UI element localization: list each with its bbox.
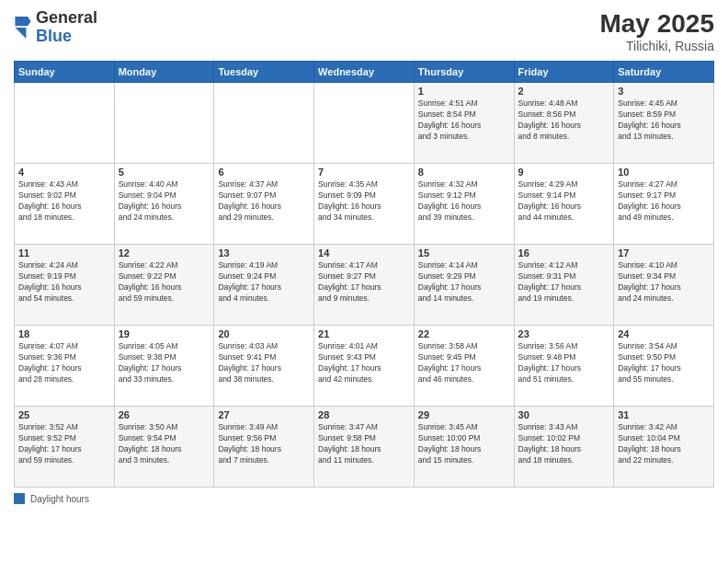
day-info: Sunrise: 3:47 AM Sunset: 9:58 PM Dayligh…: [318, 422, 410, 466]
day-info: Sunrise: 4:14 AM Sunset: 9:29 PM Dayligh…: [418, 260, 510, 304]
day-info: Sunrise: 4:40 AM Sunset: 9:04 PM Dayligh…: [119, 179, 210, 224]
day-number: 20: [218, 328, 310, 339]
table-row: 18Sunrise: 4:07 AM Sunset: 9:36 PM Dayli…: [15, 326, 115, 407]
calendar-title: May 2025: [599, 9, 714, 39]
calendar-location: Tilichiki, Russia: [599, 39, 714, 53]
table-row: 25Sunrise: 3:52 AM Sunset: 9:52 PM Dayli…: [15, 407, 115, 488]
table-row: 29Sunrise: 3:45 AM Sunset: 10:00 PM Dayl…: [414, 407, 514, 488]
table-row: 26Sunrise: 3:50 AM Sunset: 9:54 PM Dayli…: [114, 407, 214, 488]
day-number: 30: [518, 409, 610, 420]
day-info: Sunrise: 4:45 AM Sunset: 8:59 PM Dayligh…: [618, 98, 710, 143]
day-number: 25: [18, 409, 110, 420]
table-row: 7Sunrise: 4:35 AM Sunset: 9:09 PM Daylig…: [314, 164, 415, 245]
day-info: Sunrise: 3:56 AM Sunset: 9:48 PM Dayligh…: [518, 341, 610, 385]
logo-general-text: General: [36, 8, 97, 27]
col-monday: Monday: [114, 62, 214, 83]
day-info: Sunrise: 3:58 AM Sunset: 9:45 PM Dayligh…: [418, 341, 510, 385]
svg-marker-1: [15, 28, 26, 39]
day-number: 8: [418, 167, 510, 178]
day-info: Sunrise: 4:19 AM Sunset: 9:24 PM Dayligh…: [218, 260, 310, 304]
table-row: 24Sunrise: 3:54 AM Sunset: 9:50 PM Dayli…: [614, 326, 714, 407]
table-row: 16Sunrise: 4:12 AM Sunset: 9:31 PM Dayli…: [514, 245, 614, 326]
day-number: 19: [119, 328, 210, 339]
day-info: Sunrise: 4:27 AM Sunset: 9:17 PM Dayligh…: [618, 179, 710, 224]
day-info: Sunrise: 4:03 AM Sunset: 9:41 PM Dayligh…: [218, 341, 310, 385]
day-info: Sunrise: 3:45 AM Sunset: 10:00 PM Daylig…: [418, 422, 510, 466]
day-info: Sunrise: 4:37 AM Sunset: 9:07 PM Dayligh…: [218, 179, 310, 224]
day-number: 1: [418, 86, 510, 97]
table-row: 31Sunrise: 3:42 AM Sunset: 10:04 PM Dayl…: [614, 407, 714, 488]
table-row: 17Sunrise: 4:10 AM Sunset: 9:34 PM Dayli…: [614, 245, 714, 326]
day-info: Sunrise: 4:10 AM Sunset: 9:34 PM Dayligh…: [618, 260, 710, 304]
table-row: 27Sunrise: 3:49 AM Sunset: 9:56 PM Dayli…: [214, 407, 314, 488]
day-number: 9: [518, 167, 610, 178]
day-number: 28: [318, 409, 410, 420]
footer: Daylight hours: [14, 493, 714, 504]
col-saturday: Saturday: [614, 62, 714, 83]
day-number: 17: [618, 247, 710, 259]
table-row: 1Sunrise: 4:51 AM Sunset: 8:54 PM Daylig…: [414, 83, 514, 164]
table-row: 22Sunrise: 3:58 AM Sunset: 9:45 PM Dayli…: [414, 326, 514, 407]
day-info: Sunrise: 4:17 AM Sunset: 9:27 PM Dayligh…: [318, 260, 410, 304]
day-number: 5: [119, 167, 210, 178]
day-number: 14: [318, 247, 410, 259]
day-info: Sunrise: 4:24 AM Sunset: 9:19 PM Dayligh…: [18, 260, 110, 304]
day-number: 10: [618, 167, 710, 178]
day-number: 13: [218, 247, 310, 259]
day-info: Sunrise: 4:32 AM Sunset: 9:12 PM Dayligh…: [418, 179, 510, 224]
svg-marker-0: [15, 17, 30, 26]
day-number: 2: [518, 86, 610, 97]
table-row: [214, 83, 314, 164]
day-info: Sunrise: 3:52 AM Sunset: 9:52 PM Dayligh…: [18, 422, 110, 466]
day-info: Sunrise: 4:05 AM Sunset: 9:38 PM Dayligh…: [119, 341, 210, 385]
table-row: [314, 83, 415, 164]
table-row: 19Sunrise: 4:05 AM Sunset: 9:38 PM Dayli…: [114, 326, 214, 407]
table-row: 28Sunrise: 3:47 AM Sunset: 9:58 PM Dayli…: [314, 407, 415, 488]
day-number: 29: [418, 409, 510, 420]
title-block: May 2025 Tilichiki, Russia: [599, 9, 714, 53]
logo: General Blue: [14, 9, 97, 46]
day-info: Sunrise: 3:43 AM Sunset: 10:02 PM Daylig…: [518, 422, 610, 466]
table-row: 9Sunrise: 4:29 AM Sunset: 9:14 PM Daylig…: [514, 164, 614, 245]
day-number: 23: [518, 328, 610, 339]
calendar-week-row: 4Sunrise: 4:43 AM Sunset: 9:02 PM Daylig…: [15, 164, 714, 245]
table-row: 14Sunrise: 4:17 AM Sunset: 9:27 PM Dayli…: [314, 245, 415, 326]
day-info: Sunrise: 4:12 AM Sunset: 9:31 PM Dayligh…: [518, 260, 610, 304]
table-row: 5Sunrise: 4:40 AM Sunset: 9:04 PM Daylig…: [114, 164, 214, 245]
table-row: 4Sunrise: 4:43 AM Sunset: 9:02 PM Daylig…: [15, 164, 115, 245]
calendar-week-row: 1Sunrise: 4:51 AM Sunset: 8:54 PM Daylig…: [15, 83, 714, 164]
calendar-week-row: 11Sunrise: 4:24 AM Sunset: 9:19 PM Dayli…: [15, 245, 714, 326]
table-row: 15Sunrise: 4:14 AM Sunset: 9:29 PM Dayli…: [414, 245, 514, 326]
day-number: 11: [18, 247, 110, 259]
table-row: [114, 83, 214, 164]
day-number: 26: [119, 409, 210, 420]
day-number: 16: [518, 247, 610, 259]
day-number: 22: [418, 328, 510, 339]
table-row: [15, 83, 115, 164]
day-info: Sunrise: 3:49 AM Sunset: 9:56 PM Dayligh…: [218, 422, 310, 466]
table-row: 12Sunrise: 4:22 AM Sunset: 9:22 PM Dayli…: [114, 245, 214, 326]
table-row: 10Sunrise: 4:27 AM Sunset: 9:17 PM Dayli…: [614, 164, 714, 245]
day-info: Sunrise: 4:01 AM Sunset: 9:43 PM Dayligh…: [318, 341, 410, 385]
day-number: 4: [18, 167, 110, 178]
day-number: 18: [18, 328, 110, 339]
day-info: Sunrise: 4:43 AM Sunset: 9:02 PM Dayligh…: [18, 179, 110, 224]
day-info: Sunrise: 3:54 AM Sunset: 9:50 PM Dayligh…: [618, 341, 710, 385]
day-info: Sunrise: 4:29 AM Sunset: 9:14 PM Dayligh…: [518, 179, 610, 224]
table-row: 23Sunrise: 3:56 AM Sunset: 9:48 PM Dayli…: [514, 326, 614, 407]
table-row: 3Sunrise: 4:45 AM Sunset: 8:59 PM Daylig…: [614, 83, 714, 164]
calendar-table: Sunday Monday Tuesday Wednesday Thursday…: [14, 61, 714, 488]
calendar-header-row: Sunday Monday Tuesday Wednesday Thursday…: [15, 62, 714, 83]
col-thursday: Thursday: [414, 62, 514, 83]
day-info: Sunrise: 4:35 AM Sunset: 9:09 PM Dayligh…: [318, 179, 410, 224]
table-row: 30Sunrise: 3:43 AM Sunset: 10:02 PM Dayl…: [514, 407, 614, 488]
calendar-week-row: 25Sunrise: 3:52 AM Sunset: 9:52 PM Dayli…: [15, 407, 714, 488]
day-number: 27: [218, 409, 310, 420]
page-header: General Blue May 2025 Tilichiki, Russia: [14, 9, 714, 53]
day-info: Sunrise: 3:50 AM Sunset: 9:54 PM Dayligh…: [119, 422, 210, 466]
day-info: Sunrise: 3:42 AM Sunset: 10:04 PM Daylig…: [618, 422, 710, 466]
day-number: 21: [318, 328, 410, 339]
table-row: 8Sunrise: 4:32 AM Sunset: 9:12 PM Daylig…: [414, 164, 514, 245]
table-row: 21Sunrise: 4:01 AM Sunset: 9:43 PM Dayli…: [314, 326, 415, 407]
day-number: 3: [618, 86, 710, 97]
